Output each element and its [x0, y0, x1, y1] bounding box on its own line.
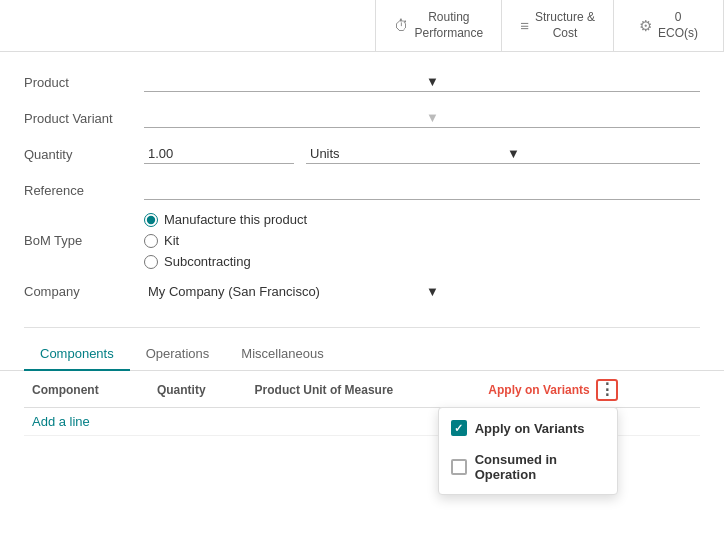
dropdown-label-apply-on-variants: Apply on Variants [475, 421, 585, 436]
col-component: Component [24, 371, 149, 408]
bom-option-manufacture-radio[interactable] [144, 213, 158, 227]
quantity-field: Units ▼ [144, 144, 700, 164]
tab-components[interactable]: Components [24, 338, 130, 371]
reference-label: Reference [24, 183, 144, 198]
product-value [144, 80, 422, 84]
bom-option-manufacture-label: Manufacture this product [164, 212, 307, 227]
units-select-wrap: Units ▼ [306, 144, 700, 164]
nav-tab-ecos-label: 0 ECO(s) [658, 10, 698, 41]
bom-option-subcontracting[interactable]: Subcontracting [144, 254, 307, 269]
reference-input[interactable] [144, 180, 700, 200]
table-header-row: Component Quantity Product Unit of Measu… [24, 371, 700, 408]
company-field: My Company (San Francisco) ▼ [144, 282, 700, 301]
company-label: Company [24, 284, 144, 299]
bom-option-manufacture[interactable]: Manufacture this product [144, 212, 307, 227]
units-select[interactable]: Units ▼ [306, 144, 700, 164]
lines-icon: ≡ [520, 17, 529, 34]
product-row: Product ▼ [24, 68, 700, 96]
product-variant-dropdown-arrow: ▼ [422, 108, 700, 127]
bom-option-kit[interactable]: Kit [144, 233, 307, 248]
bom-type-row: BoM Type Manufacture this product Kit Su… [24, 212, 700, 269]
checkbox-apply-on-variants[interactable]: ✓ [451, 420, 467, 436]
tab-operations[interactable]: Operations [130, 338, 226, 371]
reference-row: Reference [24, 176, 700, 204]
clock-icon: ⏱ [394, 17, 409, 34]
three-dots-button[interactable]: ⋮ [596, 379, 618, 401]
col-toggle-btn: ⋮ ✓ Apply on Variants Consumed in Operat… [596, 379, 618, 401]
product-dropdown-arrow: ▼ [422, 72, 700, 91]
bom-option-kit-label: Kit [164, 233, 179, 248]
add-line-button[interactable]: Add a line [32, 414, 90, 429]
col-quantity: Quantity [149, 371, 247, 408]
units-value: Units [306, 144, 503, 163]
bom-option-kit-radio[interactable] [144, 234, 158, 248]
product-variant-field: ▼ [144, 108, 700, 128]
bom-type-field: Manufacture this product Kit Subcontract… [144, 212, 700, 269]
company-value: My Company (San Francisco) [144, 282, 422, 301]
col-dropdown: ✓ Apply on Variants Consumed in Operatio… [438, 407, 618, 495]
top-nav: ⏱ Routing Performance ≡ Structure & Cost… [0, 0, 724, 52]
reference-field [144, 180, 700, 200]
nav-tab-routing-label: Routing Performance [415, 10, 484, 41]
nav-tab-routing-performance[interactable]: ⏱ Routing Performance [375, 0, 503, 51]
components-table: Component Quantity Product Unit of Measu… [24, 371, 700, 436]
company-dropdown-arrow: ▼ [422, 282, 700, 301]
form-divider [24, 327, 700, 328]
bom-option-subcontracting-radio[interactable] [144, 255, 158, 269]
product-variant-value [144, 116, 422, 120]
company-row: Company My Company (San Francisco) ▼ [24, 277, 700, 305]
quantity-label: Quantity [24, 147, 144, 162]
nav-tab-ecos[interactable]: ⚙ 0 ECO(s) [614, 0, 724, 51]
tabs-bar: Components Operations Miscellaneous [0, 338, 724, 371]
quantity-input-wrap [144, 144, 294, 164]
tab-operations-label: Operations [146, 346, 210, 361]
quantity-input[interactable] [144, 144, 294, 164]
product-select[interactable]: ▼ [144, 72, 700, 92]
bom-type-radio-group: Manufacture this product Kit Subcontract… [144, 212, 307, 269]
checkbox-consumed-in-operation[interactable] [451, 459, 467, 475]
product-label: Product [24, 75, 144, 90]
dropdown-label-consumed-in-operation: Consumed in Operation [475, 452, 605, 482]
col-apply-on-variants: Apply on Variants ⋮ ✓ Apply on Variants [480, 371, 700, 408]
dropdown-item-apply-on-variants[interactable]: ✓ Apply on Variants [439, 412, 617, 444]
col-apply-on-variants-label: Apply on Variants [488, 383, 589, 397]
product-variant-select[interactable]: ▼ [144, 108, 700, 128]
table-header: Component Quantity Product Unit of Measu… [24, 371, 700, 408]
bom-type-label: BoM Type [24, 233, 144, 248]
col-product-uom: Product Unit of Measure [247, 371, 481, 408]
tab-components-label: Components [40, 346, 114, 361]
quantity-row: Quantity Units ▼ [24, 140, 700, 168]
dropdown-item-consumed-in-operation[interactable]: Consumed in Operation [439, 444, 617, 490]
product-field: ▼ [144, 72, 700, 92]
bom-option-subcontracting-label: Subcontracting [164, 254, 251, 269]
form-area: Product ▼ Product Variant ▼ Quantity [0, 52, 724, 323]
gear-icon: ⚙ [639, 17, 652, 35]
product-variant-row: Product Variant ▼ [24, 104, 700, 132]
tab-miscellaneous[interactable]: Miscellaneous [225, 338, 339, 371]
tab-miscellaneous-label: Miscellaneous [241, 346, 323, 361]
nav-tab-structure-cost[interactable]: ≡ Structure & Cost [502, 0, 614, 51]
product-variant-label: Product Variant [24, 111, 144, 126]
units-dropdown-arrow: ▼ [503, 144, 700, 163]
table-area: Component Quantity Product Unit of Measu… [0, 371, 724, 436]
company-select[interactable]: My Company (San Francisco) ▼ [144, 282, 700, 301]
nav-tab-structure-label: Structure & Cost [535, 10, 595, 41]
